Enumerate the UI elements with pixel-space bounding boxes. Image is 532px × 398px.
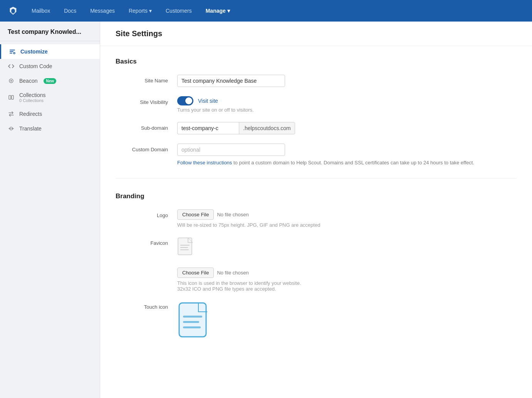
sidebar-label-beacon: Beacon: [19, 78, 37, 84]
svg-rect-8: [180, 249, 189, 250]
translate-icon: [8, 125, 15, 132]
main-content: Site Settings Basics Site Name Site Visi…: [100, 22, 532, 398]
logo-label: Logo: [116, 209, 177, 218]
favicon-helper: This icon is used in the browser to iden…: [177, 280, 517, 292]
logo-field: Choose File No file chosen Will be re-si…: [177, 209, 517, 228]
subdomain-label: Sub-domain: [116, 122, 177, 131]
favicon-file-chosen: No file chosen: [217, 270, 248, 276]
nav-mailbox[interactable]: Mailbox: [26, 5, 55, 17]
sidebar-item-custom-code[interactable]: Custom Code: [0, 59, 100, 74]
svg-rect-11: [183, 321, 199, 323]
svg-rect-9: [179, 303, 206, 337]
beacon-icon: [8, 77, 15, 84]
touch-icon-row: Touch icon: [116, 301, 517, 341]
subdomain-row: Sub-domain .helpscoutdocs.com: [116, 122, 517, 134]
domain-suffix: .helpscoutdocs.com: [239, 122, 295, 134]
touch-icon-label: Touch icon: [116, 301, 177, 310]
basics-section: Basics Site Name Site Visibility: [116, 58, 517, 167]
branding-title: Branding: [116, 192, 517, 200]
redirects-icon: [8, 110, 15, 117]
visit-site-link[interactable]: Visit site: [198, 98, 218, 104]
svg-rect-10: [183, 316, 202, 318]
svg-rect-3: [9, 95, 11, 99]
site-name-row: Site Name: [116, 75, 517, 87]
chevron-down-icon: ▾: [227, 8, 230, 14]
favicon-preview: [177, 237, 517, 264]
sidebar-label-translate: Translate: [19, 125, 42, 132]
page-header: Site Settings: [100, 22, 532, 46]
customize-icon: [9, 48, 16, 55]
custom-domain-row: Custom Domain Follow these instructions …: [116, 144, 517, 167]
logo[interactable]: [8, 5, 18, 16]
sidebar-label-customize: Customize: [20, 48, 48, 55]
site-visibility-field: Visit site Turns your site on or off to …: [177, 96, 517, 113]
svg-rect-6: [180, 245, 190, 246]
svg-point-0: [13, 52, 15, 54]
domain-hint: Follow these instructions to point a cus…: [177, 159, 517, 167]
custom-domain-label: Custom Domain: [116, 144, 177, 152]
content-body: Basics Site Name Site Visibility: [100, 46, 532, 361]
subdomain-input[interactable]: [177, 122, 239, 134]
sidebar-item-collections[interactable]: Collections 0 Collections: [0, 88, 100, 107]
custom-domain-input[interactable]: [177, 144, 285, 156]
visibility-helper: Turns your site on or off to visitors.: [177, 107, 517, 113]
favicon-choose-file-button[interactable]: Choose File: [177, 268, 214, 278]
sidebar-item-translate[interactable]: Translate: [0, 121, 100, 136]
logo-file-chosen: No file chosen: [217, 212, 248, 217]
top-navigation: Mailbox Docs Messages Reports ▾ Customer…: [0, 0, 532, 22]
branding-section: Branding Logo Choose File No file chosen…: [116, 192, 517, 341]
sidebar: Test company Knowled... Customize Cus: [0, 22, 100, 398]
nav-docs[interactable]: Docs: [59, 5, 82, 17]
svg-rect-4: [12, 95, 13, 99]
nav-manage[interactable]: Manage ▾: [200, 5, 235, 17]
sidebar-title: Test company Knowled...: [0, 22, 100, 41]
site-name-input[interactable]: [177, 75, 285, 87]
logo-choose-file-button[interactable]: Choose File: [177, 209, 214, 220]
favicon-label: Favicon: [116, 237, 177, 246]
site-visibility-label: Site Visibility: [116, 96, 177, 105]
site-name-label: Site Name: [116, 75, 177, 84]
svg-rect-5: [178, 238, 192, 255]
logo-helper: Will be re-sized to 75px height. JPG, GI…: [177, 222, 517, 228]
domain-hint-text: to point a custom domain to Help Scout. …: [232, 160, 474, 166]
favicon-field: Choose File No file chosen This icon is …: [177, 237, 517, 292]
sidebar-item-beacon[interactable]: Beacon New: [0, 74, 100, 88]
sidebar-label-custom-code: Custom Code: [19, 63, 52, 69]
nav-customers[interactable]: Customers: [160, 5, 197, 17]
touch-icon-field: [177, 301, 517, 341]
sidebar-item-redirects[interactable]: Redirects: [0, 107, 100, 121]
svg-rect-7: [180, 247, 188, 248]
new-badge: New: [44, 78, 56, 84]
visibility-toggle[interactable]: [177, 96, 193, 105]
sidebar-item-customize[interactable]: Customize: [0, 44, 100, 59]
app-layout: Test company Knowled... Customize Cus: [0, 22, 532, 398]
sidebar-nav: Customize Custom Code Beacon: [0, 41, 100, 139]
subdomain-field: .helpscoutdocs.com: [177, 122, 517, 134]
custom-domain-field: Follow these instructions to point a cus…: [177, 144, 517, 167]
follow-instructions-link[interactable]: Follow these instructions: [177, 160, 232, 166]
nav-reports[interactable]: Reports ▾: [123, 5, 157, 17]
svg-point-2: [10, 80, 12, 82]
svg-rect-12: [183, 326, 201, 328]
chevron-down-icon: ▾: [149, 8, 152, 14]
basics-title: Basics: [116, 58, 517, 65]
collections-icon: [8, 94, 15, 101]
section-divider: [116, 178, 517, 179]
nav-messages[interactable]: Messages: [85, 5, 120, 17]
site-visibility-row: Site Visibility Visit site Turns your si…: [116, 96, 517, 113]
page-title: Site Settings: [116, 29, 517, 38]
collections-count: 0 Collections: [19, 98, 45, 103]
code-icon: [8, 63, 15, 70]
sidebar-label-collections: Collections: [19, 92, 45, 98]
sidebar-label-redirects: Redirects: [19, 111, 42, 117]
site-name-field: [177, 75, 517, 87]
logo-row: Logo Choose File No file chosen Will be …: [116, 209, 517, 228]
favicon-row: Favicon: [116, 237, 517, 292]
